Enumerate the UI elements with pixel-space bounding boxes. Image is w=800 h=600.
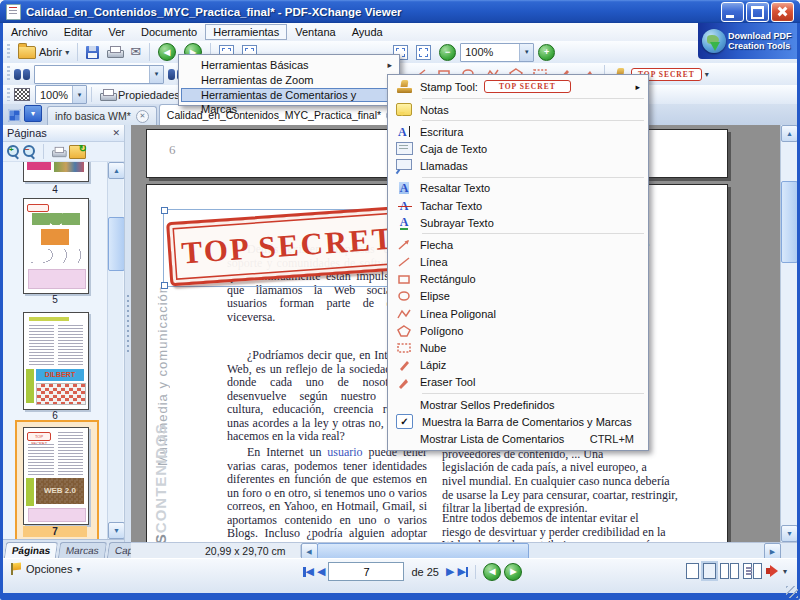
menu-item-rectangulo[interactable]: Rectángulo [390,271,646,288]
document-tab-active[interactable]: Calidad_en_Contenidos_MYC_Practica_final… [159,104,407,125]
facing-pages-layout-button[interactable] [720,563,729,579]
reader-mode-icon[interactable] [766,565,779,577]
menu-item-llamadas[interactable]: Llamadas [390,158,646,175]
menu-item-stamp-tool[interactable]: Stamp Tool: TOP SECRET ▸ [390,77,646,96]
continuous-layout-button[interactable] [703,563,716,579]
last-page-button[interactable]: ▶ [457,565,468,578]
zoom-out-button[interactable]: − [435,42,460,63]
menu-item[interactable]: Ayuda [344,24,391,40]
export-pages-icon[interactable] [69,145,86,159]
scrollbar-thumb[interactable] [781,181,797,263]
maximize-button[interactable] [746,2,769,22]
caret-down-icon[interactable]: ▾ [149,66,163,83]
toolbar-grip[interactable] [7,88,10,101]
download-pdf-tools-button[interactable]: Download PDF Creation Tools [698,23,797,59]
history-back-button[interactable]: ◀ [483,563,501,581]
menu-item[interactable]: Editar [56,24,101,40]
scroll-up-icon[interactable]: ▲ [781,125,797,142]
menu-item-lapiz[interactable]: Lápiz [390,357,646,374]
menu-item-mostrar-sellos[interactable]: Mostrar Sellos Predefinidos [390,396,646,413]
zoom-combobox[interactable]: 100% ▾ [460,43,534,62]
menu-item-resaltar-texto[interactable]: A Resaltar Texto [390,180,646,197]
print-pages-icon[interactable] [52,146,65,156]
tools-menu-item[interactable]: Herramientas de Zoom▸ [181,73,397,87]
scroll-down-icon[interactable]: ▼ [108,522,124,539]
menu-item-mostrar-lista[interactable]: Mostrar Lista de Comentarios CTRL+M [390,430,646,447]
minimize-button[interactable] [721,2,744,22]
options-button[interactable]: Opciones ▾ [3,559,89,579]
document-horizontal-scrollbar[interactable]: ◀ ▶ [301,543,797,559]
two-up-continuous-layout-button[interactable] [743,563,752,579]
panel-tab[interactable]: Páginas [4,542,59,558]
menu-item-poligono[interactable]: Polígono [390,322,646,339]
menu-item-linea[interactable]: Línea [390,254,646,271]
page-number: 6 [169,142,176,158]
single-page-layout-button[interactable] [686,563,699,579]
window-resize-grip[interactable] [786,586,798,598]
print-button[interactable] [103,44,126,60]
menu-item-linea-poligonal[interactable]: Línea Poligonal [390,305,646,322]
thumbnail-scrollbar[interactable]: ▲ ▼ [107,162,123,539]
panel-close-icon[interactable]: ✕ [112,128,120,138]
menu-item[interactable]: Documento [133,24,205,40]
menu-item[interactable]: Herramientas [205,24,287,40]
menu-item-escritura[interactable]: A Escritura [390,123,646,140]
document-tab[interactable]: info basica WM* ✕ [47,106,157,125]
close-button[interactable] [771,2,794,22]
tools-menu-item[interactable]: Herramientas de Comentarios y Marcas▸ [181,88,397,102]
document-vertical-scrollbar[interactable]: ▲ ▼ [780,125,797,542]
caret-down-icon[interactable]: ▾ [705,70,709,79]
zoom-in-button[interactable]: + [534,42,559,63]
thumbnail-zoom-in-icon[interactable]: + [7,145,20,158]
menu-item-nube[interactable]: Nube [390,339,646,356]
menu-item[interactable]: Archivo [3,24,56,40]
fit-width-button[interactable] [412,43,435,62]
thumbnail-page-7-selected[interactable]: TOP SECRET WEB 2.0 7 [15,420,99,539]
thumbnail-zoom-out-icon[interactable]: − [23,145,36,158]
caret-down-icon[interactable]: ▾ [519,44,533,61]
next-page-button[interactable]: ▶ [446,565,454,578]
menu-item[interactable]: Ver [100,24,133,40]
resize-handle[interactable] [161,207,168,214]
history-back-button[interactable]: ◀ [154,41,180,63]
scroll-up-icon[interactable]: ▲ [108,162,124,179]
history-forward-button[interactable]: ▶ [504,563,522,581]
tab-close-icon[interactable]: ✕ [136,110,149,123]
toolbar-grip[interactable] [7,44,10,59]
menu-item-eraser-tool[interactable]: Eraser Tool [390,374,646,391]
menu-item-tachar-texto[interactable]: A Tachar Texto [390,197,646,214]
dither-pattern-icon[interactable] [14,88,30,101]
open-button[interactable]: Abrir ▾ [14,44,73,61]
caret-down-icon[interactable]: ▾ [72,86,86,103]
thumbnail-page-4[interactable] [23,162,89,182]
scrollbar-thumb[interactable] [108,217,124,271]
previous-page-button[interactable]: ◀ [317,565,325,578]
thumbnail-page-5[interactable] [23,198,89,294]
page-number-input[interactable] [328,562,404,581]
find-combobox[interactable]: ▾ [34,65,164,84]
resize-handle[interactable] [161,282,168,289]
arrange-windows-icon[interactable] [8,109,21,122]
menu-label: Lápiz [420,359,446,371]
title-bar[interactable]: Calidad_en_Contenidos_MYC_Practica_final… [0,0,800,23]
menu-item-caja-de-texto[interactable]: Caja de Texto [390,140,646,157]
usuario-link[interactable]: usuario [327,445,362,459]
menu-item-elipse[interactable]: Elipse [390,288,646,305]
panel-tab[interactable]: Marcas [58,542,107,558]
save-button[interactable] [82,44,103,61]
zoom-level-combobox[interactable]: 100% ▾ [35,85,87,104]
menu-item-flecha[interactable]: Flecha [390,236,646,253]
tab-list-button[interactable]: ▾ [24,105,42,122]
menu-item-notas[interactable]: Notas [390,101,646,118]
toolbar-grip[interactable] [7,66,10,81]
thumbnail-page-6[interactable]: DILBERT [23,312,89,410]
scroll-down-icon[interactable]: ▼ [781,525,797,542]
tools-menu-item[interactable]: Herramientas Básicas▸ [181,58,397,72]
tab-label: Calidad_en_Contenidos_MYC_Practica_final… [167,109,381,121]
first-page-button[interactable]: ◀ [303,565,314,578]
email-button[interactable]: ✉ [126,44,145,60]
menu-item-muestra-barra[interactable]: ✓ Muestra la Barra de Comentarios y Marc… [390,413,646,430]
thumbnail-page-7[interactable]: TOP SECRET WEB 2.0 [23,427,89,525]
menu-item[interactable]: Ventana [287,24,343,40]
menu-item-subrayar-texto[interactable]: A Subrayar Texto [390,214,646,231]
